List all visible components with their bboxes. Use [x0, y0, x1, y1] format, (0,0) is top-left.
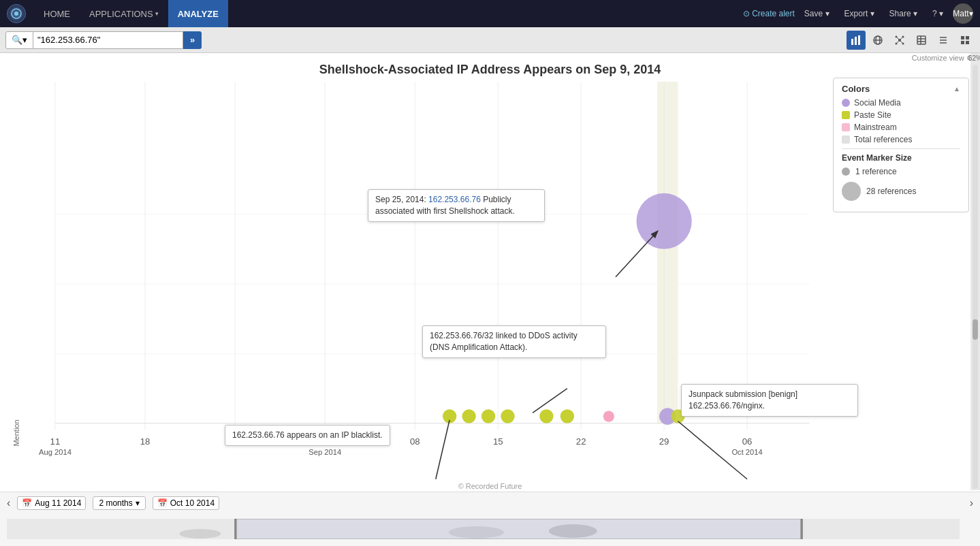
help-button[interactable]: ? ▾ [927, 7, 949, 20]
tooltip-ddos-text: 162.253.66.76/32 linked to DDoS activity… [430, 331, 578, 352]
svg-text:22: 22 [576, 436, 586, 447]
svg-line-13 [896, 37, 900, 40]
save-button[interactable]: Save ▾ [799, 7, 835, 20]
list-view-icon[interactable] [934, 31, 953, 50]
svg-rect-2 [851, 39, 853, 45]
svg-rect-17 [917, 36, 926, 44]
svg-point-59 [539, 409, 553, 423]
svg-rect-28 [657, 82, 678, 423]
svg-rect-24 [961, 36, 964, 39]
chart-title: Shellshock-Associated IP Address Appears… [0, 53, 980, 81]
social-media-color-dot [842, 99, 850, 107]
chart-view-icon[interactable] [847, 31, 866, 50]
search-go-button[interactable]: » [183, 31, 202, 49]
social-media-label: Social Media [854, 98, 901, 108]
period-selector[interactable]: 2 months ▾ [93, 496, 145, 510]
mainstream-color-dot [842, 123, 850, 131]
search-bar: 🔍 ▾ » [0, 27, 980, 53]
total-references-label: Total references [854, 135, 912, 144]
nav-analyze[interactable]: ANALYZE [168, 0, 228, 27]
svg-text:29: 29 [659, 436, 669, 447]
scrollbar-thumb[interactable] [973, 319, 978, 340]
period-dropdown-arrow: ▾ [136, 498, 140, 508]
svg-rect-25 [966, 36, 969, 39]
globe-view-icon[interactable] [868, 31, 887, 50]
legend-panel: Colors ▲ Social Media Paste Site Mainstr… [833, 78, 969, 212]
bottom-controls: ‹ 📅 Aug 11 2014 2 months ▾ 📅 Oct 10 2014… [0, 492, 980, 514]
search-input[interactable] [33, 31, 183, 49]
date-from-value: Aug 11 2014 [35, 498, 81, 508]
marker-size-title: Event Marker Size [842, 153, 960, 163]
nav-applications-arrow: ▾ [155, 10, 159, 17]
large-marker-dot [842, 182, 861, 201]
mini-chart-svg [7, 519, 960, 539]
tooltip-jsunpack: Jsunpack submission [benign] 162.253.66.… [681, 384, 858, 417]
share-button[interactable]: Share ▾ [884, 7, 923, 20]
svg-line-14 [900, 37, 903, 40]
svg-text:Sep 2014: Sep 2014 [309, 448, 341, 456]
network-view-icon[interactable] [890, 31, 909, 50]
nav-actions: ⊙ Create alert Save ▾ Export ▾ Share ▾ ?… [743, 3, 973, 24]
legend-item-total: Total references [842, 135, 960, 144]
mini-scrollbar[interactable] [7, 519, 960, 539]
legend-item-mainstream: Mainstream [842, 123, 960, 132]
svg-text:06: 06 [742, 436, 753, 447]
scrollbar-track[interactable] [973, 65, 978, 489]
svg-point-60 [560, 409, 574, 423]
nav-home[interactable]: HOME [34, 0, 80, 27]
svg-point-57 [481, 409, 495, 423]
tooltip-shellshock: Sep 25, 2014: 162.253.66.76 Publicly ass… [368, 189, 545, 222]
svg-line-64 [616, 231, 657, 277]
date-from-input[interactable]: 📅 Aug 11 2014 [17, 496, 86, 510]
svg-rect-75 [801, 519, 803, 539]
svg-line-66 [436, 420, 449, 479]
grid-view-icon[interactable] [955, 31, 975, 50]
svg-rect-73 [235, 519, 801, 539]
user-avatar[interactable]: Matt ▾ [953, 3, 973, 24]
svg-text:15: 15 [493, 436, 503, 447]
svg-text:Aug 2014: Aug 2014 [39, 448, 72, 456]
scroll-right-button[interactable]: › [970, 497, 973, 509]
tooltip-ddos: 162.253.66.76/32 linked to DDoS activity… [422, 325, 606, 358]
create-alert-button[interactable]: ⊙ Create alert [743, 9, 795, 18]
customize-view-button[interactable]: Customize view ⚙ [912, 53, 973, 63]
svg-point-70 [179, 529, 221, 539]
svg-point-54 [636, 193, 691, 249]
svg-rect-26 [961, 41, 964, 44]
svg-rect-3 [855, 37, 857, 45]
alert-icon: ⊙ [743, 9, 752, 18]
nav-applications[interactable]: APPLICATIONS ▾ [80, 0, 168, 27]
marker-size-section: Event Marker Size 1 reference 28 referen… [842, 153, 960, 201]
tooltip-jsunpack-text: Jsunpack submission [benign] 162.253.66.… [689, 389, 797, 411]
svg-text:08: 08 [410, 436, 420, 447]
scroll-left-button[interactable]: ‹ [7, 497, 10, 509]
search-type-dropdown[interactable]: 🔍 ▾ [5, 31, 33, 49]
tooltip-blacklist-text: 162.253.66.76 appears on an IP blacklist… [232, 430, 383, 440]
mini-scrollbar-content [7, 519, 960, 539]
marker-small-item: 1 reference [842, 167, 960, 176]
large-marker-label: 28 references [866, 187, 916, 196]
table-view-icon[interactable] [912, 31, 931, 50]
svg-text:11: 11 [50, 436, 61, 447]
small-marker-dot [842, 167, 850, 176]
timeline-chart: 11 Aug 2014 18 25 01 Sep 2014 08 15 22 2… [14, 82, 830, 486]
legend-collapse-button[interactable]: ▲ [953, 85, 960, 93]
svg-text:18: 18 [140, 436, 151, 447]
svg-line-15 [896, 40, 900, 44]
copyright-text: © Recorded Future [458, 482, 522, 490]
legend-item-social: Social Media [842, 98, 960, 108]
right-scrollbar[interactable]: 62% [970, 53, 980, 490]
paste-site-label: Paste Site [854, 110, 891, 120]
calendar-icon-to: 📅 [157, 498, 168, 508]
marker-large-item: 28 references [842, 182, 960, 201]
svg-point-1 [14, 12, 18, 16]
legend-title: Colors [842, 84, 870, 94]
legend-header: Colors ▲ [842, 84, 960, 94]
mainstream-label: Mainstream [854, 123, 897, 132]
svg-rect-27 [966, 41, 969, 44]
view-toggle-group [847, 31, 975, 50]
top-navigation: HOME APPLICATIONS ▾ ANALYZE ⊙ Create ale… [0, 0, 980, 27]
date-to-input[interactable]: 📅 Oct 10 2014 [153, 496, 219, 510]
date-to-value: Oct 10 2014 [170, 498, 215, 508]
export-button[interactable]: Export ▾ [839, 7, 880, 20]
